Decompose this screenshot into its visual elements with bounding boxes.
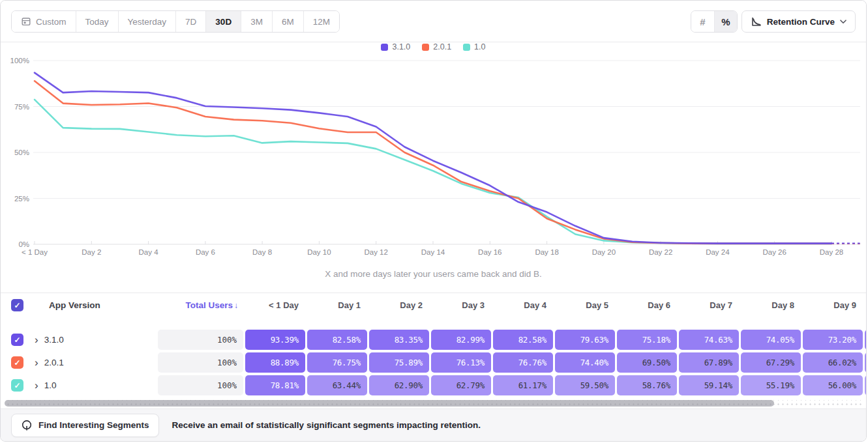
x-axis-label: Day 12: [364, 248, 387, 256]
legend-label: 2.0.1: [433, 42, 451, 51]
range-button-label: Custom: [36, 17, 67, 27]
table-row-3.1.0: ✓›3.1.0100%93.39%82.58%83.35%82.99%82.58…: [1, 330, 866, 350]
series-line-3.1.0[interactable]: [35, 73, 831, 244]
retention-cell-day-6[interactable]: 58.76%: [617, 375, 677, 395]
x-axis-label: Day 2: [82, 248, 101, 256]
chart-caption: X and more days later your users came ba…: [1, 269, 866, 279]
retention-cell-day-3[interactable]: 62.79%: [431, 375, 491, 395]
legend-label: 3.1.0: [392, 42, 410, 51]
column-header-day-9[interactable]: Day 9: [803, 300, 865, 310]
retention-cell-day-5[interactable]: 74.40%: [555, 352, 615, 373]
app-version-label: 3.1.0: [44, 335, 64, 345]
column-header-day-4[interactable]: Day 4: [493, 300, 555, 310]
range-button-label: 7D: [185, 17, 196, 27]
footer-message: Receive an email of statistically signif…: [172, 420, 481, 430]
expand-chevron-icon[interactable]: ›: [35, 334, 38, 345]
select-all-checkbox[interactable]: ✓: [11, 299, 23, 311]
retention-cell-day-1[interactable]: 76.75%: [307, 352, 367, 373]
find-segments-button[interactable]: Find Interesting Segments: [11, 414, 159, 437]
column-header-day-7[interactable]: Day 7: [679, 300, 741, 310]
legend-swatch: [381, 44, 388, 51]
column-header-day-2[interactable]: Day 2: [369, 300, 431, 310]
horizontal-scrollbar-track[interactable]: [3, 400, 863, 407]
retention-cell-day-4[interactable]: 82.58%: [493, 330, 553, 350]
count-format-button[interactable]: #: [691, 11, 714, 32]
y-axis-label: 25%: [14, 195, 29, 203]
retention-cell-day-9[interactable]: 73.20%: [803, 330, 863, 350]
retention-cell-day-5[interactable]: 59.50%: [555, 375, 615, 395]
retention-cell-day-2[interactable]: 62.90%: [369, 375, 429, 395]
retention-cell-day-0[interactable]: 93.39%: [245, 330, 305, 350]
legend-item-2.0.1[interactable]: 2.0.1: [422, 42, 451, 51]
range-button-label: 30D: [215, 17, 232, 27]
legend-swatch: [422, 44, 429, 51]
y-axis-label: 100%: [10, 57, 29, 64]
find-segments-label: Find Interesting Segments: [38, 420, 149, 430]
expand-chevron-icon[interactable]: ›: [35, 357, 38, 368]
legend-item-1.0[interactable]: 1.0: [463, 42, 485, 51]
row-name-col: ›2.0.1: [32, 357, 158, 368]
row-checkbox[interactable]: ✓: [11, 379, 23, 392]
row-checkbox[interactable]: ✓: [11, 334, 23, 346]
retention-cell-day-6[interactable]: 69.50%: [617, 352, 677, 373]
range-button-label: 6M: [282, 17, 294, 27]
series-line-2.0.1[interactable]: [35, 81, 831, 244]
range-button-3m[interactable]: 3M: [241, 11, 272, 32]
retention-chart[interactable]: 0%25%50%75%100%< 1 DayDay 2Day 4Day 6Day…: [1, 53, 867, 263]
range-button-today[interactable]: Today: [76, 11, 118, 32]
column-header-day-0[interactable]: < 1 Day: [245, 300, 307, 310]
retention-cell-day-1[interactable]: 63.44%: [307, 375, 367, 395]
retention-cell-day-8[interactable]: 55.19%: [741, 375, 801, 395]
retention-cell-day-7[interactable]: 74.63%: [679, 330, 739, 350]
range-button-12m[interactable]: 12M: [303, 11, 339, 32]
retention-cell-day-6[interactable]: 75.18%: [617, 330, 677, 350]
retention-cell-day-2[interactable]: 83.35%: [369, 330, 429, 350]
chart-type-dropdown[interactable]: Retention Curve: [741, 10, 856, 33]
x-axis-label: Day 8: [252, 248, 272, 256]
column-header-day-5[interactable]: Day 5: [555, 300, 617, 310]
total-users-cell: 100%: [158, 352, 243, 373]
range-button-30d[interactable]: 30D: [205, 11, 241, 32]
percent-format-button[interactable]: %: [714, 11, 737, 32]
column-header-day-6[interactable]: Day 6: [617, 300, 679, 310]
row-check-col: ✓: [1, 334, 32, 346]
retention-cell-day-3[interactable]: 76.13%: [431, 352, 491, 373]
calendar-icon: [21, 16, 31, 27]
retention-cell-day-9[interactable]: 56.00%: [803, 375, 863, 395]
retention-cell-day-1[interactable]: 82.58%: [307, 330, 367, 350]
retention-cell-day-8[interactable]: 67.29%: [741, 352, 801, 373]
segments-icon: [21, 420, 33, 431]
column-header-day-3[interactable]: Day 3: [431, 300, 493, 310]
retention-cell-day-5[interactable]: 79.63%: [555, 330, 615, 350]
column-header-day-1[interactable]: Day 1: [307, 300, 369, 310]
horizontal-scrollbar-thumb[interactable]: [5, 400, 774, 407]
range-button-custom[interactable]: Custom: [12, 11, 76, 32]
column-header-total-users[interactable]: Total Users↓: [158, 300, 245, 310]
expand-chevron-icon[interactable]: ›: [35, 380, 38, 391]
row-check-col: ✓: [1, 379, 32, 392]
row-name-col: ›1.0: [32, 380, 158, 391]
x-axis-label: < 1 Day: [22, 248, 48, 256]
retention-cell-day-0[interactable]: 88.89%: [245, 352, 305, 373]
x-axis-label: Day 28: [820, 248, 843, 256]
retention-cell-day-4[interactable]: 76.76%: [493, 352, 553, 373]
column-header-day-8[interactable]: Day 8: [741, 300, 803, 310]
row-checkbox[interactable]: ✓: [11, 356, 23, 369]
retention-cell-day-0[interactable]: 78.81%: [245, 375, 305, 395]
chevron-down-icon: [840, 20, 846, 24]
range-button-6m[interactable]: 6M: [272, 11, 303, 32]
retention-cell-day-4[interactable]: 61.17%: [493, 375, 553, 395]
retention-cell-partial: [865, 330, 867, 350]
chart-legend: 3.1.02.0.11.0: [1, 42, 866, 52]
column-header-app-version[interactable]: App Version: [32, 300, 158, 310]
retention-cell-day-7[interactable]: 67.89%: [679, 352, 739, 373]
legend-item-3.1.0[interactable]: 3.1.0: [381, 42, 410, 51]
retention-cell-day-7[interactable]: 59.14%: [679, 375, 739, 395]
retention-cell-day-9[interactable]: 66.02%: [803, 352, 863, 373]
retention-cell-day-2[interactable]: 75.89%: [369, 352, 429, 373]
range-button-7d[interactable]: 7D: [175, 11, 205, 32]
retention-cell-day-8[interactable]: 74.05%: [741, 330, 801, 350]
retention-cell-day-3[interactable]: 82.99%: [431, 330, 491, 350]
series-line-1.0[interactable]: [35, 100, 831, 244]
range-button-yesterday[interactable]: Yesterday: [118, 11, 176, 32]
